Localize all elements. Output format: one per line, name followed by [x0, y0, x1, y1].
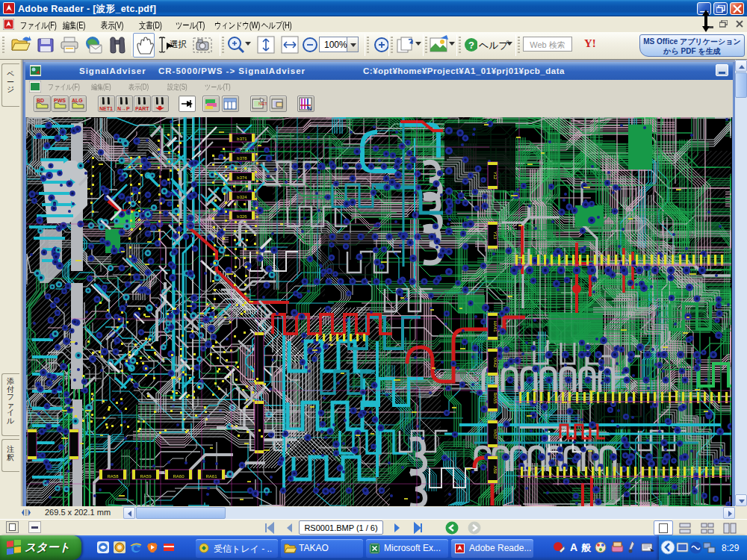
svg-text:b374: b374 [237, 175, 247, 180]
svg-text:Y13: Y13 [493, 231, 498, 240]
svg-text:NET1: NET1 [99, 106, 113, 111]
svg-text:Y12: Y12 [493, 172, 498, 180]
svg-text:PWS: PWS [54, 98, 66, 103]
svg-text:YA42: YA42 [493, 357, 498, 368]
svg-text:b378: b378 [237, 156, 247, 161]
svg-text:BD: BD [37, 98, 44, 103]
svg-text:RA55: RA55 [493, 392, 498, 404]
svg-text:RA58: RA58 [107, 474, 119, 479]
svg-text:?: ? [468, 40, 474, 51]
svg-text:N→P: N→P [117, 106, 130, 111]
svg-text:b324: b324 [237, 195, 247, 199]
svg-text:YA57: YA57 [493, 429, 498, 440]
svg-text:ALG: ALG [72, 98, 83, 103]
svg-text:RA60: RA60 [173, 474, 185, 479]
svg-text:b371: b371 [237, 137, 247, 141]
svg-text:N: N [308, 106, 311, 111]
svg-text:NET: NET [258, 102, 267, 106]
svg-text:PART: PART [135, 106, 149, 111]
svg-text:A59: A59 [493, 466, 498, 474]
svg-text:HA41: HA41 [493, 320, 498, 332]
svg-text:RA61: RA61 [205, 474, 217, 479]
svg-text:b326: b326 [237, 214, 247, 219]
svg-text:RA59: RA59 [140, 474, 152, 479]
